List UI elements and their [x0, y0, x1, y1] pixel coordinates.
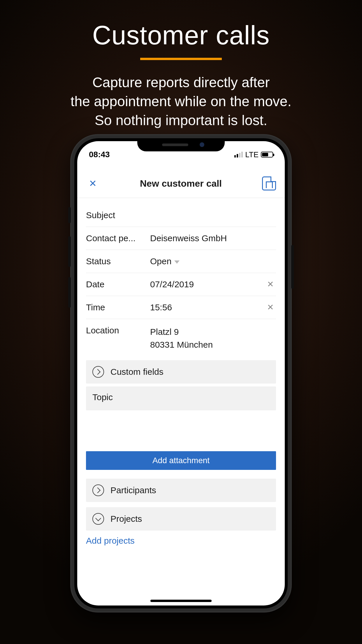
projects-section[interactable]: Projects [86, 507, 276, 531]
dropdown-caret-icon [174, 260, 180, 264]
participants-section[interactable]: Participants [86, 479, 276, 502]
status-right: LTE [234, 150, 273, 159]
hero-marketing: Customer calls Capture reports directly … [0, 0, 362, 130]
contact-value: Deisenweiss GmbH [150, 233, 276, 243]
projects-label: Projects [110, 514, 142, 524]
subject-row[interactable]: Subject [86, 204, 276, 227]
topic-label: Topic [92, 392, 113, 402]
phone-volume-down [68, 277, 71, 308]
time-value: 15:56 [150, 302, 265, 312]
custom-fields-section[interactable]: Custom fields [86, 360, 276, 384]
phone-power-button [291, 245, 294, 289]
topic-editor[interactable] [86, 410, 276, 448]
add-attachment-label: Add attachment [152, 456, 210, 465]
battery-icon [261, 152, 273, 158]
time-row[interactable]: Time 15:56 ✕ [86, 296, 276, 319]
status-label: Status [86, 256, 150, 266]
chevron-down-icon [92, 513, 104, 525]
page-title: New customer call [100, 178, 262, 189]
clear-time-button[interactable]: ✕ [265, 302, 276, 312]
hero-underline [140, 58, 222, 60]
phone-volume-up [68, 236, 71, 267]
phone-screen: 08:43 LTE ✕ New customer call Subject [77, 141, 285, 606]
contact-label: Contact pe... [86, 233, 150, 243]
network-label: LTE [245, 150, 259, 159]
clear-date-button[interactable]: ✕ [265, 279, 276, 289]
phone-bezel: 08:43 LTE ✕ New customer call Subject [74, 138, 288, 608]
hero-subtitle: Capture reports directly after the appoi… [0, 73, 362, 130]
save-button[interactable] [262, 176, 276, 190]
phone-mute-switch [68, 207, 71, 223]
chevron-right-icon [92, 484, 104, 496]
date-label: Date [86, 279, 150, 289]
form-container: Subject Contact pe... Deisenweiss GmbH S… [77, 198, 285, 531]
phone-notch [137, 138, 225, 151]
hero-title: Customer calls [0, 20, 362, 50]
date-row[interactable]: Date 07/24/2019 ✕ [86, 273, 276, 296]
location-value: Platzl 9 80331 München [150, 326, 276, 351]
status-row[interactable]: Status Open [86, 250, 276, 273]
date-value: 07/24/2019 [150, 279, 265, 289]
home-indicator[interactable] [150, 600, 212, 602]
add-attachment-button[interactable]: Add attachment [86, 451, 276, 470]
time-label: Time [86, 302, 150, 312]
chevron-right-icon [92, 366, 104, 378]
status-value-text: Open [150, 256, 171, 266]
location-row[interactable]: Location Platzl 9 80331 München [86, 319, 276, 357]
add-projects-link[interactable]: Add projects [77, 531, 285, 554]
nav-header: ✕ New customer call [77, 162, 285, 198]
participants-label: Participants [110, 485, 156, 495]
add-projects-label: Add projects [86, 536, 135, 545]
hero-sub-line: Capture reports directly after [92, 75, 270, 90]
hero-sub-line: So nothing important is lost. [95, 113, 267, 128]
custom-fields-label: Custom fields [110, 367, 164, 377]
topic-section-header: Topic [86, 386, 276, 410]
phone-frame: 08:43 LTE ✕ New customer call Subject [70, 134, 292, 612]
hero-sub-line: the appointment while on the move. [71, 94, 291, 109]
contact-row[interactable]: Contact pe... Deisenweiss GmbH [86, 227, 276, 250]
close-button[interactable]: ✕ [86, 176, 100, 191]
signal-icon [234, 152, 243, 158]
status-time: 08:43 [89, 150, 110, 159]
location-label: Location [86, 326, 150, 335]
subject-label: Subject [86, 210, 150, 220]
status-value: Open [150, 256, 276, 266]
